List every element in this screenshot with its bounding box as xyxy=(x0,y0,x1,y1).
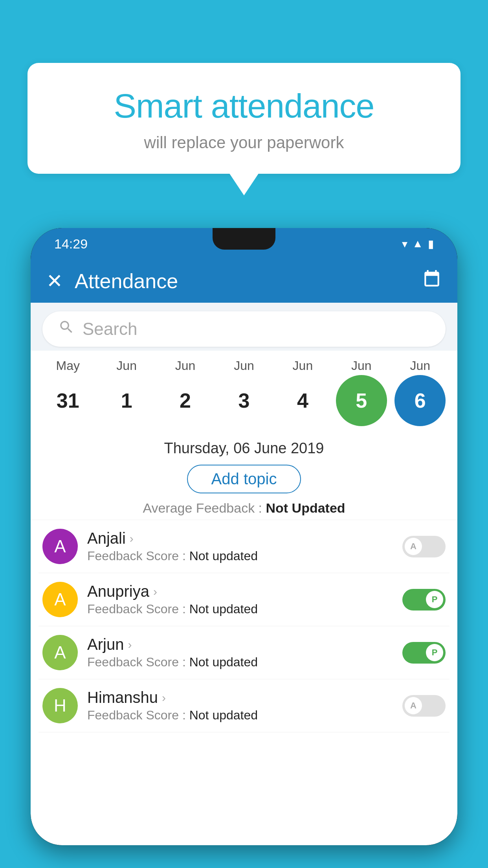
month-jun6: Jun xyxy=(393,359,448,373)
avatar-arjun: A xyxy=(42,635,78,670)
toggle-thumb-arjun: P xyxy=(426,644,443,661)
screen-content: Search May Jun Jun Jun Jun Jun Jun 31 1 … xyxy=(31,303,457,845)
avatar-anjali: A xyxy=(42,529,78,564)
month-jun2: Jun xyxy=(158,359,213,373)
phone-notch xyxy=(213,228,275,250)
signal-icon: ▲ xyxy=(412,237,423,250)
date-1[interactable]: 1 xyxy=(101,375,152,426)
calendar-icon[interactable] xyxy=(422,269,442,293)
student-info-himanshu: Himanshu › Feedback Score : Not updated xyxy=(87,689,393,723)
month-jun5: Jun xyxy=(334,359,389,373)
wifi-icon: ▾ xyxy=(402,237,407,250)
toggle-thumb-himanshu: A xyxy=(405,697,422,714)
student-item-arjun[interactable]: A Arjun › Feedback Score : Not updated P xyxy=(39,626,449,679)
date-2[interactable]: 2 xyxy=(160,375,211,426)
toggle-anjali[interactable]: A xyxy=(402,536,446,557)
selected-date-label: Thursday, 06 June 2019 xyxy=(42,440,446,457)
chevron-himanshu: › xyxy=(162,691,166,704)
hero-title: Smart attendance xyxy=(59,86,429,125)
month-jun3: Jun xyxy=(216,359,272,373)
student-list: A Anjali › Feedback Score : Not updated … xyxy=(31,520,457,732)
date-row: 31 1 2 3 4 5 6 xyxy=(39,375,449,426)
month-jun4: Jun xyxy=(275,359,330,373)
chevron-anupriya: › xyxy=(153,585,157,598)
avg-feedback-label: Average Feedback : xyxy=(143,500,266,515)
toggle-thumb-anjali: A xyxy=(405,538,422,555)
feedback-arjun: Feedback Score : Not updated xyxy=(87,655,393,669)
close-button[interactable]: ✕ xyxy=(46,271,63,291)
month-may: May xyxy=(40,359,95,373)
student-name-anupriya: Anupriya › xyxy=(87,583,393,600)
feedback-himanshu: Feedback Score : Not updated xyxy=(87,708,393,723)
feedback-anjali: Feedback Score : Not updated xyxy=(87,549,393,563)
date-4[interactable]: 4 xyxy=(277,375,328,426)
month-jun1: Jun xyxy=(99,359,154,373)
phone-frame: 14:29 ▾ ▲ ▮ ✕ Attendance xyxy=(31,228,457,845)
avg-feedback-value: Not Updated xyxy=(266,500,345,515)
search-icon xyxy=(58,319,75,339)
toggle-thumb-anupriya: P xyxy=(426,591,443,608)
avatar-himanshu: H xyxy=(42,688,78,723)
battery-icon: ▮ xyxy=(428,237,434,250)
date-6-selected[interactable]: 6 xyxy=(394,375,446,426)
speech-bubble-container: Smart attendance will replace your paper… xyxy=(28,63,460,174)
student-info-arjun: Arjun › Feedback Score : Not updated xyxy=(87,636,393,669)
student-name-anjali: Anjali › xyxy=(87,530,393,547)
calendar-section: May Jun Jun Jun Jun Jun Jun 31 1 2 3 4 5… xyxy=(31,351,457,432)
selected-date-section: Thursday, 06 June 2019 Add topic Average… xyxy=(31,432,457,520)
status-icons: ▾ ▲ ▮ xyxy=(402,237,434,250)
app-title: Attendance xyxy=(75,269,410,293)
date-3[interactable]: 3 xyxy=(218,375,270,426)
add-topic-button[interactable]: Add topic xyxy=(187,465,301,493)
student-name-arjun: Arjun › xyxy=(87,636,393,653)
search-bar[interactable]: Search xyxy=(42,311,446,347)
toggle-arjun[interactable]: P xyxy=(402,642,446,664)
hero-subtitle: will replace your paperwork xyxy=(59,133,429,152)
chevron-anjali: › xyxy=(130,532,134,545)
date-31[interactable]: 31 xyxy=(42,375,94,426)
feedback-anupriya: Feedback Score : Not updated xyxy=(87,602,393,616)
search-bar-container: Search xyxy=(31,303,457,351)
speech-bubble: Smart attendance will replace your paper… xyxy=(28,63,460,174)
student-item-himanshu[interactable]: H Himanshu › Feedback Score : Not update… xyxy=(39,679,449,732)
phone-container: 14:29 ▾ ▲ ▮ ✕ Attendance xyxy=(31,228,457,868)
avatar-anupriya: A xyxy=(42,582,78,617)
student-item-anupriya[interactable]: A Anupriya › Feedback Score : Not update… xyxy=(39,573,449,626)
month-row: May Jun Jun Jun Jun Jun Jun xyxy=(39,359,449,373)
student-info-anupriya: Anupriya › Feedback Score : Not updated xyxy=(87,583,393,616)
date-5-today[interactable]: 5 xyxy=(336,375,387,426)
chevron-arjun: › xyxy=(128,638,132,651)
student-item-anjali[interactable]: A Anjali › Feedback Score : Not updated … xyxy=(39,520,449,573)
student-info-anjali: Anjali › Feedback Score : Not updated xyxy=(87,530,393,563)
student-name-himanshu: Himanshu › xyxy=(87,689,393,706)
status-time: 14:29 xyxy=(54,236,88,252)
toggle-himanshu[interactable]: A xyxy=(402,695,446,717)
avg-feedback: Average Feedback : Not Updated xyxy=(42,500,446,516)
toggle-anupriya[interactable]: P xyxy=(402,589,446,611)
search-placeholder: Search xyxy=(83,319,137,339)
app-bar: ✕ Attendance xyxy=(31,259,457,303)
